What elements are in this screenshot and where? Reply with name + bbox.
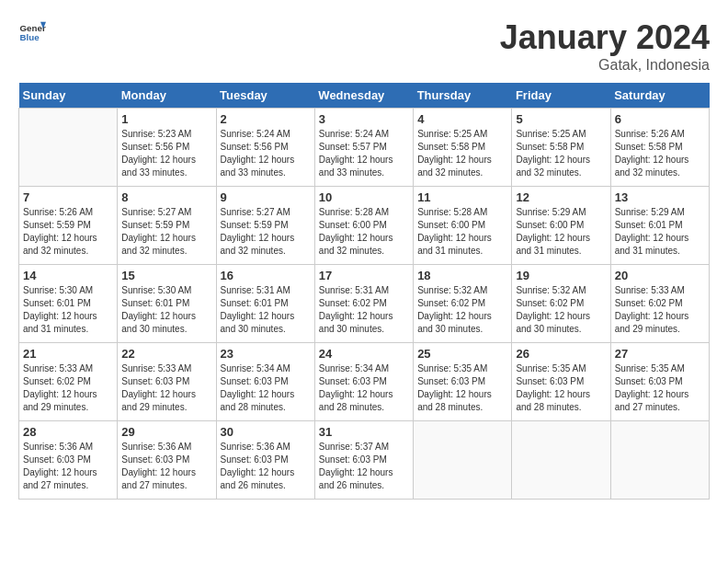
day-info: Sunrise: 5:35 AM Sunset: 6:03 PM Dayligh…: [516, 362, 606, 414]
title-block: January 2024 Gatak, Indonesia: [500, 18, 710, 74]
calendar-subtitle: Gatak, Indonesia: [500, 57, 710, 74]
day-number: 25: [417, 347, 507, 361]
day-info: Sunrise: 5:32 AM Sunset: 6:02 PM Dayligh…: [417, 284, 507, 336]
day-number: 21: [23, 347, 113, 361]
day-number: 29: [121, 425, 211, 439]
day-number: 16: [221, 269, 311, 282]
day-number: 23: [221, 347, 311, 361]
day-info: Sunrise: 5:27 AM Sunset: 5:59 PM Dayligh…: [121, 206, 211, 258]
day-info: Sunrise: 5:34 AM Sunset: 6:03 PM Dayligh…: [319, 362, 409, 414]
calendar-cell: 4Sunrise: 5:25 AM Sunset: 5:58 PM Daylig…: [414, 109, 512, 187]
day-info: Sunrise: 5:37 AM Sunset: 6:03 PM Dayligh…: [319, 441, 409, 492]
day-number: 26: [516, 347, 606, 361]
day-number: 3: [319, 112, 409, 126]
day-info: Sunrise: 5:31 AM Sunset: 6:01 PM Dayligh…: [221, 284, 311, 336]
page-header: General Blue January 2024 Gatak, Indones…: [18, 18, 710, 74]
day-number: 11: [417, 190, 507, 204]
weekday-header-friday: Friday: [512, 83, 610, 109]
calendar-cell: 25Sunrise: 5:35 AM Sunset: 6:03 PM Dayli…: [414, 343, 512, 421]
day-number: 13: [615, 190, 705, 204]
day-info: Sunrise: 5:33 AM Sunset: 6:02 PM Dayligh…: [23, 362, 113, 414]
calendar-cell: 6Sunrise: 5:26 AM Sunset: 5:58 PM Daylig…: [610, 109, 709, 187]
calendar-cell: 27Sunrise: 5:35 AM Sunset: 6:03 PM Dayli…: [610, 343, 709, 421]
day-number: 19: [516, 269, 606, 282]
calendar-cell: 5Sunrise: 5:25 AM Sunset: 5:58 PM Daylig…: [512, 109, 610, 187]
day-number: 7: [23, 190, 113, 204]
day-info: Sunrise: 5:35 AM Sunset: 6:03 PM Dayligh…: [417, 362, 507, 414]
day-info: Sunrise: 5:31 AM Sunset: 6:02 PM Dayligh…: [319, 284, 409, 336]
day-number: 12: [516, 190, 606, 204]
calendar-cell: 13Sunrise: 5:29 AM Sunset: 6:01 PM Dayli…: [610, 187, 709, 265]
calendar-week-5: 28Sunrise: 5:36 AM Sunset: 6:03 PM Dayli…: [19, 421, 710, 500]
calendar-cell: 7Sunrise: 5:26 AM Sunset: 5:59 PM Daylig…: [19, 187, 118, 265]
calendar-cell: 24Sunrise: 5:34 AM Sunset: 6:03 PM Dayli…: [314, 343, 413, 421]
day-info: Sunrise: 5:30 AM Sunset: 6:01 PM Dayligh…: [23, 284, 113, 336]
weekday-header-thursday: Thursday: [414, 83, 512, 109]
calendar-week-4: 21Sunrise: 5:33 AM Sunset: 6:02 PM Dayli…: [19, 343, 710, 421]
day-info: Sunrise: 5:25 AM Sunset: 5:58 PM Dayligh…: [516, 128, 606, 179]
day-info: Sunrise: 5:26 AM Sunset: 5:58 PM Dayligh…: [615, 128, 705, 179]
day-number: 10: [319, 190, 409, 204]
calendar-cell: 9Sunrise: 5:27 AM Sunset: 5:59 PM Daylig…: [216, 187, 314, 265]
day-number: 9: [221, 190, 311, 204]
calendar-cell: 20Sunrise: 5:33 AM Sunset: 6:02 PM Dayli…: [610, 265, 709, 343]
day-info: Sunrise: 5:27 AM Sunset: 5:59 PM Dayligh…: [221, 206, 311, 258]
day-info: Sunrise: 5:24 AM Sunset: 5:57 PM Dayligh…: [319, 128, 409, 179]
calendar-cell: 19Sunrise: 5:32 AM Sunset: 6:02 PM Dayli…: [512, 265, 610, 343]
day-info: Sunrise: 5:28 AM Sunset: 6:00 PM Dayligh…: [319, 206, 409, 258]
day-info: Sunrise: 5:32 AM Sunset: 6:02 PM Dayligh…: [516, 284, 606, 336]
day-info: Sunrise: 5:35 AM Sunset: 6:03 PM Dayligh…: [615, 362, 705, 414]
calendar-cell: 2Sunrise: 5:24 AM Sunset: 5:56 PM Daylig…: [216, 109, 314, 187]
calendar-cell: 16Sunrise: 5:31 AM Sunset: 6:01 PM Dayli…: [216, 265, 314, 343]
day-number: 30: [221, 425, 311, 439]
day-info: Sunrise: 5:36 AM Sunset: 6:03 PM Dayligh…: [23, 441, 113, 492]
day-number: 8: [121, 190, 211, 204]
weekday-header-sunday: Sunday: [19, 83, 118, 109]
calendar-cell: [610, 421, 709, 500]
calendar-cell: 30Sunrise: 5:36 AM Sunset: 6:03 PM Dayli…: [216, 421, 314, 500]
day-number: 2: [221, 112, 311, 126]
day-number: 20: [615, 269, 705, 282]
day-info: Sunrise: 5:34 AM Sunset: 6:03 PM Dayligh…: [221, 362, 311, 414]
day-number: 22: [121, 347, 211, 361]
day-number: 4: [417, 112, 507, 126]
calendar-cell: 29Sunrise: 5:36 AM Sunset: 6:03 PM Dayli…: [118, 421, 216, 500]
day-number: 15: [121, 269, 211, 282]
day-info: Sunrise: 5:26 AM Sunset: 5:59 PM Dayligh…: [23, 206, 113, 258]
calendar-cell: 12Sunrise: 5:29 AM Sunset: 6:00 PM Dayli…: [512, 187, 610, 265]
calendar-cell: 3Sunrise: 5:24 AM Sunset: 5:57 PM Daylig…: [314, 109, 413, 187]
calendar-cell: 1Sunrise: 5:23 AM Sunset: 5:56 PM Daylig…: [118, 109, 216, 187]
calendar-cell: 22Sunrise: 5:33 AM Sunset: 6:03 PM Dayli…: [118, 343, 216, 421]
calendar-week-2: 7Sunrise: 5:26 AM Sunset: 5:59 PM Daylig…: [19, 187, 710, 265]
day-number: 28: [23, 425, 113, 439]
calendar-cell: 21Sunrise: 5:33 AM Sunset: 6:02 PM Dayli…: [19, 343, 118, 421]
calendar-cell: 23Sunrise: 5:34 AM Sunset: 6:03 PM Dayli…: [216, 343, 314, 421]
calendar-week-3: 14Sunrise: 5:30 AM Sunset: 6:01 PM Dayli…: [19, 265, 710, 343]
logo: General Blue: [18, 18, 46, 46]
day-number: 18: [417, 269, 507, 282]
calendar-cell: 17Sunrise: 5:31 AM Sunset: 6:02 PM Dayli…: [314, 265, 413, 343]
day-info: Sunrise: 5:28 AM Sunset: 6:00 PM Dayligh…: [417, 206, 507, 258]
calendar-cell: 10Sunrise: 5:28 AM Sunset: 6:00 PM Dayli…: [314, 187, 413, 265]
day-number: 31: [319, 425, 409, 439]
day-info: Sunrise: 5:33 AM Sunset: 6:02 PM Dayligh…: [615, 284, 705, 336]
calendar-cell: 28Sunrise: 5:36 AM Sunset: 6:03 PM Dayli…: [19, 421, 118, 500]
day-info: Sunrise: 5:24 AM Sunset: 5:56 PM Dayligh…: [221, 128, 311, 179]
calendar-cell: [414, 421, 512, 500]
svg-text:Blue: Blue: [20, 32, 40, 42]
day-number: 6: [615, 112, 705, 126]
calendar-cell: 14Sunrise: 5:30 AM Sunset: 6:01 PM Dayli…: [19, 265, 118, 343]
calendar-cell: 26Sunrise: 5:35 AM Sunset: 6:03 PM Dayli…: [512, 343, 610, 421]
weekday-header-wednesday: Wednesday: [314, 83, 413, 109]
calendar-week-1: 1Sunrise: 5:23 AM Sunset: 5:56 PM Daylig…: [19, 109, 710, 187]
weekday-header-tuesday: Tuesday: [216, 83, 314, 109]
calendar-cell: 8Sunrise: 5:27 AM Sunset: 5:59 PM Daylig…: [118, 187, 216, 265]
day-info: Sunrise: 5:30 AM Sunset: 6:01 PM Dayligh…: [121, 284, 211, 336]
day-info: Sunrise: 5:29 AM Sunset: 6:00 PM Dayligh…: [516, 206, 606, 258]
logo-icon: General Blue: [18, 18, 46, 46]
calendar-cell: 18Sunrise: 5:32 AM Sunset: 6:02 PM Dayli…: [414, 265, 512, 343]
calendar-cell: [512, 421, 610, 500]
day-info: Sunrise: 5:36 AM Sunset: 6:03 PM Dayligh…: [221, 441, 311, 492]
calendar-table: SundayMondayTuesdayWednesdayThursdayFrid…: [18, 83, 710, 500]
day-info: Sunrise: 5:33 AM Sunset: 6:03 PM Dayligh…: [121, 362, 211, 414]
